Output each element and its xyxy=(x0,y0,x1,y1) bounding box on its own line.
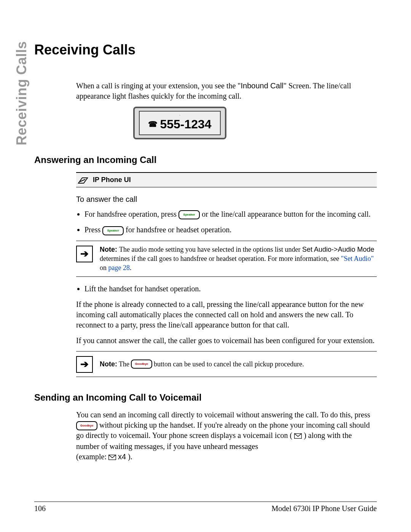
guide-title: Model 6730i IP Phone User Guide xyxy=(272,504,377,513)
screen-decor: · xyxy=(179,113,180,117)
note1-path: Set Audio->Audio Mode xyxy=(302,246,374,253)
section-answering-title: Answering an Incoming Call xyxy=(34,155,377,165)
page-number: 106 xyxy=(34,504,46,513)
note1-t4: . xyxy=(130,264,132,272)
intro-paragraph: When a call is ringing at your extension… xyxy=(76,81,377,101)
set-audio-link[interactable]: "Set Audio" xyxy=(341,255,374,262)
bullet-lift-handset: Lift the handset for handset operation. xyxy=(84,284,377,294)
answer-lead: To answer the call xyxy=(76,195,377,204)
paragraph-connected-call: If the phone is already connected to a c… xyxy=(76,299,377,330)
note2-pre: The xyxy=(119,359,129,369)
intro-text-pre: When a call is ringing at your extension… xyxy=(76,81,241,90)
paragraph-voicemail-fallback: If you cannot answer the call, the calle… xyxy=(76,335,377,346)
page-footer: 106 Model 6730i IP Phone User Guide xyxy=(34,502,377,513)
vm-count: x4 xyxy=(118,452,126,461)
envelope-icon xyxy=(108,452,116,463)
arrow-right-icon: ➔ xyxy=(76,246,93,262)
ui-header-label: IP Phone UI xyxy=(93,176,131,184)
bullet1-post: or the line/call appearance button for t… xyxy=(202,210,371,218)
note1-t3: on xyxy=(100,264,108,272)
ui-header-bar: IP Phone UI xyxy=(76,172,377,187)
vm-t5: ). xyxy=(128,452,132,461)
phone-ring-icon: ☎ xyxy=(148,120,158,129)
goodbye-key-icon: Goodbye xyxy=(76,421,97,430)
voicemail-paragraph: You can send an incoming call directly t… xyxy=(76,410,377,463)
bullet1-pre: For handsfree operation, press xyxy=(84,210,178,218)
bullet2-pre: Press xyxy=(84,225,102,234)
bullet2-post: for handsfree or headset operation. xyxy=(126,225,231,234)
inbound-call-label: Inbound Call xyxy=(241,81,284,90)
note1-t1: The audio mode setting you have selected… xyxy=(119,246,302,253)
section-voicemail-title: Sending an Incoming Call to Voicemail xyxy=(34,392,377,403)
chapter-title: Receiving Calls xyxy=(34,42,377,58)
speaker-key-icon: Speaker xyxy=(178,210,200,219)
goodbye-key-icon: Goodbye xyxy=(131,359,152,369)
envelope-icon xyxy=(294,431,302,441)
note1-t2: determines if the call goes to handsfree… xyxy=(100,255,341,262)
note-audio-mode: ➔ Note: The audio mode setting you have … xyxy=(76,241,377,277)
bullet-handsfree: For handsfree operation, press Speaker o… xyxy=(84,209,377,219)
vm-t4: (example: xyxy=(76,452,108,461)
note-label: Note: xyxy=(100,359,117,369)
phone-screen-figure: · ☎ 555-1234 xyxy=(133,107,226,139)
note2-post: button can be used to cancel the call pi… xyxy=(154,359,304,369)
side-section-title: Receiving Calls xyxy=(14,41,30,145)
page-28-link[interactable]: page 28 xyxy=(108,264,130,272)
note-goodbye-cancel: ➔ Note: The Goodbye button can be used t… xyxy=(76,351,377,377)
screen-number: 555-1234 xyxy=(160,117,211,131)
arrow-right-icon: ➔ xyxy=(76,356,93,373)
vm-t1: You can send an incoming call directly t… xyxy=(76,411,370,419)
phone-ui-icon xyxy=(78,176,88,184)
bullet-press-speaker: Press Speaker for handsfree or headset o… xyxy=(84,225,377,235)
speaker-key-icon: Speaker xyxy=(102,226,124,235)
note-label: Note: xyxy=(100,246,119,253)
